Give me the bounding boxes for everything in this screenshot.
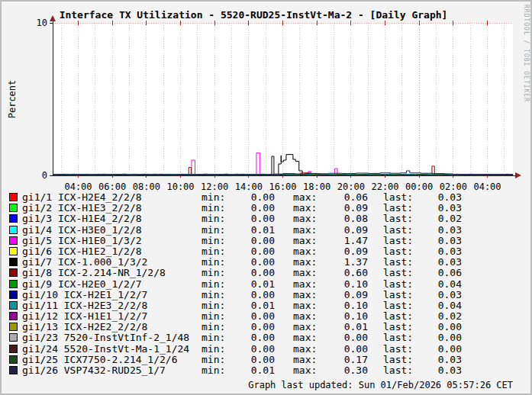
- legend-min-label: min:: [202, 300, 225, 311]
- x-tick-label: 18:00: [303, 181, 330, 192]
- legend-swatch: [9, 301, 18, 310]
- legend-last-value: 0.03: [418, 203, 462, 214]
- legend-max-label: max:: [293, 332, 317, 343]
- legend-min-value: 0.00: [231, 290, 275, 300]
- legend-series-label: gi1/26 VSP7432-RUD25_1/7: [22, 365, 166, 376]
- legend-min-label: min:: [202, 332, 225, 343]
- legend-last-label: last:: [383, 268, 413, 278]
- legend-series-label: gi1/9 ICX-H2E0_1/2/7: [22, 279, 142, 290]
- legend-min-value: 0.01: [231, 225, 275, 236]
- legend-max-label: max:: [293, 192, 317, 203]
- legend-last-label: last:: [383, 192, 413, 203]
- legend-max-value: 0.10: [324, 300, 368, 311]
- legend-row-gi1-24: gi1/24 5520-InstVt-Ma-1_1/24min:0.00max:…: [2, 344, 532, 355]
- legend-min-label: min:: [202, 355, 225, 365]
- legend-max-value: 0.09: [324, 246, 368, 257]
- legend-max-label: max:: [293, 290, 317, 300]
- legend-last-label: last:: [383, 236, 413, 246]
- x-tick-label: 02:00: [440, 181, 467, 192]
- legend-last-value: 0.00: [418, 322, 462, 332]
- legend-row-gi1-25: gi1/25 ICX7750-2.214_1/2/6min:0.00max:0.…: [2, 355, 532, 365]
- legend-series-label: gi1/23 7520-InstVtInf-2_1/48: [22, 332, 189, 343]
- legend-row-gi1-10: gi1/10 ICX-H2E1_1/2/7min:0.00max:0.09las…: [2, 290, 532, 300]
- x-tick-label: 22:00: [371, 181, 398, 192]
- legend-min-label: min:: [202, 365, 225, 376]
- legend-min-label: min:: [202, 203, 225, 214]
- legend-last-label: last:: [383, 246, 413, 257]
- legend-min-label: min:: [202, 322, 225, 332]
- legend-last-value: 0.03: [418, 225, 462, 236]
- legend-max-label: max:: [293, 257, 317, 268]
- legend-min-value: 0.00: [231, 214, 275, 224]
- legend-max-label: max:: [293, 322, 317, 332]
- legend-row-gi1-2: gi1/2 ICX-H1E3_2/2/8min:0.00max:0.09last…: [2, 203, 532, 214]
- y-axis-arrow: [50, 15, 56, 21]
- legend-min-value: 0.01: [231, 279, 275, 290]
- legend-row-gi1-3: gi1/3 ICX-H1E4_2/2/8min:0.00max:0.08last…: [2, 214, 532, 224]
- legend-max-value: 0.17: [324, 355, 368, 365]
- legend-swatch: [9, 258, 18, 266]
- legend-min-value: 0.01: [231, 365, 275, 376]
- rrdtool-graph-window: Interface TX Utilization - 5520-RUD25-In…: [0, 0, 532, 395]
- x-tick-label: 00:00: [405, 181, 433, 192]
- x-tick-label: 12:00: [201, 181, 228, 192]
- legend-last-value: 0.04: [418, 279, 462, 290]
- legend-swatch: [9, 291, 18, 299]
- legend-min-value: 0.00: [231, 322, 275, 332]
- legend-swatch: [9, 193, 18, 201]
- legend-min-value: 0.00: [231, 203, 275, 214]
- legend-row-gi1-13: gi1/13 ICX-H2E2_2/2/8min:0.00max:0.01las…: [2, 322, 532, 332]
- legend-last-label: last:: [383, 225, 413, 236]
- legend-max-label: max:: [293, 236, 317, 246]
- legend-series-label: gi1/7 ICX-1.000_1/3/2: [22, 257, 147, 268]
- legend-min-label: min:: [202, 225, 225, 236]
- legend-last-label: last:: [383, 203, 413, 214]
- legend-min-label: min:: [202, 236, 225, 246]
- legend-last-label: last:: [383, 257, 413, 268]
- legend-min-label: min:: [202, 311, 225, 322]
- legend-max-label: max:: [293, 203, 317, 214]
- legend-min-label: min:: [202, 257, 225, 268]
- y-tick-label: 0: [42, 170, 47, 181]
- legend-swatch: [9, 333, 18, 342]
- legend-max-value: 0.10: [324, 279, 368, 290]
- legend-row-gi1-7: gi1/7 ICX-1.000_1/3/2min:0.00max:1.37las…: [2, 257, 532, 268]
- legend-max-label: max:: [293, 365, 317, 376]
- legend-series-label: gi1/6 ICX-H1E2_1/2/8: [22, 246, 142, 257]
- legend-max-value: 0.01: [324, 322, 368, 332]
- legend-row-gi1-8: gi1/8 ICX-2.214-NR_1/2/8min:0.00max:0.60…: [2, 268, 532, 278]
- legend-last-value: 0.03: [418, 365, 462, 376]
- legend-series-label: gi1/3 ICX-H1E4_2/2/8: [22, 214, 142, 224]
- x-tick-label: 20:00: [337, 181, 365, 192]
- legend-max-value: 1.47: [324, 236, 368, 246]
- y-tick-label: 10: [37, 18, 47, 28]
- legend-last-value: 0.00: [418, 332, 462, 343]
- legend-last-value: 0.04: [418, 300, 462, 311]
- legend-row-gi1-4: gi1/4 ICX-H3E0_1/2/8min:0.01max:0.09last…: [2, 225, 532, 236]
- legend-max-label: max:: [293, 311, 317, 322]
- legend-last-value: 0.03: [418, 246, 462, 257]
- legend-row-gi1-9: gi1/9 ICX-H2E0_1/2/7min:0.01max:0.10last…: [2, 279, 532, 290]
- legend-row-gi1-26: gi1/26 VSP7432-RUD25_1/7min:0.01max:0.30…: [2, 365, 532, 376]
- legend-last-value: 0.02: [418, 311, 462, 322]
- legend-max-label: max:: [293, 246, 317, 257]
- legend-swatch: [9, 280, 18, 288]
- legend-series-label: gi1/5 ICX-H1E0_1/3/2: [22, 236, 142, 246]
- legend-max-value: 0.10: [324, 311, 368, 322]
- legend-swatch: [9, 366, 18, 374]
- legend-min-label: min:: [202, 344, 225, 355]
- legend-last-label: last:: [383, 311, 413, 322]
- x-axis-arrow: [515, 172, 521, 178]
- legend-max-value: 0.00: [324, 344, 368, 355]
- legend-last-label: last:: [383, 322, 413, 332]
- x-tick-label: 16:00: [269, 181, 296, 192]
- legend-min-value: 0.01: [231, 300, 275, 311]
- legend-series-label: gi1/13 ICX-H2E2_2/2/8: [22, 322, 147, 332]
- legend-swatch: [9, 355, 18, 364]
- legend-min-value: 0.00: [231, 257, 275, 268]
- legend-swatch: [9, 247, 18, 255]
- legend-max-label: max:: [293, 268, 317, 278]
- legend-min-value: 0.00: [231, 268, 275, 278]
- last-updated-text: Graph last updated: Sun 01/Feb/2026 05:5…: [2, 380, 513, 390]
- legend-max-value: 0.09: [324, 203, 368, 214]
